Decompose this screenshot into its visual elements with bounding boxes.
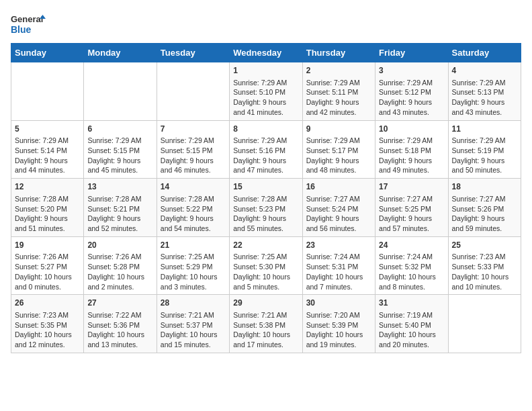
day-detail: Sunset: 5:19 PM [452,146,517,156]
day-number: 22 [233,240,298,251]
day-detail: Sunset: 5:27 PM [15,262,80,272]
day-detail: and 46 minutes. [161,165,226,175]
weekday-header-saturday: Saturday [448,44,521,62]
day-detail: Sunrise: 7:29 AM [452,136,517,146]
calendar-day-1: 1Sunrise: 7:29 AMSunset: 5:10 PMDaylight… [230,62,302,121]
day-detail: Daylight: 10 hours [379,330,444,340]
day-detail: Daylight: 9 hours [161,156,226,166]
day-detail: and 8 minutes. [379,282,444,292]
day-number: 5 [15,124,80,135]
day-detail: and 0 minutes. [15,282,80,292]
day-detail: Daylight: 9 hours [233,97,298,107]
day-number: 31 [379,298,444,309]
calendar-day-23: 23Sunrise: 7:24 AMSunset: 5:31 PMDayligh… [302,236,375,295]
day-detail: and 50 minutes. [452,165,517,175]
day-detail: and 43 minutes. [379,107,444,118]
calendar-day-17: 17Sunrise: 7:27 AMSunset: 5:25 PMDayligh… [375,179,448,237]
calendar-day-21: 21Sunrise: 7:25 AMSunset: 5:29 PMDayligh… [157,236,229,295]
weekday-header-monday: Monday [84,44,157,62]
day-detail: Sunset: 5:14 PM [15,146,80,156]
calendar-day-15: 15Sunrise: 7:28 AMSunset: 5:23 PMDayligh… [230,179,302,237]
day-detail: and 49 minutes. [379,165,444,175]
day-number: 3 [379,65,444,77]
day-detail: Daylight: 9 hours [87,156,152,166]
calendar-day-3: 3Sunrise: 7:29 AMSunset: 5:12 PMDaylight… [375,62,448,121]
day-detail: and 10 minutes. [452,282,517,292]
day-detail: and 57 minutes. [379,224,444,234]
calendar-day-24: 24Sunrise: 7:24 AMSunset: 5:32 PMDayligh… [375,236,448,295]
day-detail: Daylight: 9 hours [161,214,226,224]
day-number: 30 [306,298,371,309]
day-detail: Daylight: 10 hours [15,272,80,282]
calendar-day-5: 5Sunrise: 7:29 AMSunset: 5:14 PMDaylight… [11,120,84,179]
day-detail: Sunrise: 7:27 AM [379,194,444,204]
day-detail: Daylight: 9 hours [379,214,444,224]
logo: General Blue [11,11,46,38]
calendar-day-12: 12Sunrise: 7:28 AMSunset: 5:20 PMDayligh… [11,179,84,237]
calendar-day-13: 13Sunrise: 7:28 AMSunset: 5:21 PMDayligh… [84,179,157,237]
day-detail: Sunset: 5:11 PM [306,87,371,97]
calendar-day-18: 18Sunrise: 7:27 AMSunset: 5:26 PMDayligh… [448,179,521,237]
day-detail: and 12 minutes. [15,340,80,350]
day-detail: Daylight: 9 hours [15,156,80,166]
calendar-week-row: 19Sunrise: 7:26 AMSunset: 5:27 PMDayligh… [11,236,521,295]
day-detail: Sunrise: 7:23 AM [15,310,80,320]
day-detail: and 55 minutes. [233,224,298,234]
calendar-day-16: 16Sunrise: 7:27 AMSunset: 5:24 PMDayligh… [302,179,375,237]
day-detail: Sunrise: 7:21 AM [233,310,298,320]
day-number: 16 [306,181,371,193]
day-detail: Sunrise: 7:20 AM [306,310,371,320]
day-detail: Sunset: 5:15 PM [161,146,226,156]
day-detail: and 3 minutes. [161,282,226,292]
day-detail: Daylight: 9 hours [306,97,371,107]
day-number: 24 [379,240,444,251]
day-detail: Sunset: 5:22 PM [161,204,226,214]
day-detail: Sunset: 5:21 PM [87,204,152,214]
day-detail: Sunset: 5:29 PM [161,262,226,272]
day-detail: Sunrise: 7:25 AM [161,252,226,262]
day-detail: Sunset: 5:10 PM [233,87,298,97]
calendar-day-28: 28Sunrise: 7:21 AMSunset: 5:37 PMDayligh… [157,295,229,353]
day-detail: Sunset: 5:28 PM [87,262,152,272]
day-detail: Daylight: 10 hours [306,330,371,340]
day-detail: and 41 minutes. [233,107,298,118]
day-detail: Daylight: 10 hours [87,330,152,340]
weekday-header-tuesday: Tuesday [157,44,229,62]
weekday-header-sunday: Sunday [11,44,84,62]
day-detail: Sunset: 5:24 PM [306,204,371,214]
calendar-week-row: 26Sunrise: 7:23 AMSunset: 5:35 PMDayligh… [11,295,521,353]
day-detail: Sunset: 5:32 PM [379,262,444,272]
day-detail: and 47 minutes. [233,165,298,175]
day-detail: Daylight: 10 hours [161,330,226,340]
day-number: 21 [161,240,226,251]
day-detail: Sunrise: 7:23 AM [452,252,517,262]
day-detail: Sunrise: 7:29 AM [452,78,517,88]
day-detail: and 42 minutes. [306,107,371,118]
day-detail: Daylight: 9 hours [452,214,517,224]
day-detail: Sunrise: 7:29 AM [306,136,371,146]
day-detail: and 54 minutes. [161,224,226,234]
day-detail: Sunrise: 7:28 AM [15,194,80,204]
calendar-day-11: 11Sunrise: 7:29 AMSunset: 5:19 PMDayligh… [448,120,521,179]
day-detail: and 48 minutes. [306,165,371,175]
day-detail: Sunset: 5:33 PM [452,262,517,272]
day-detail: Sunset: 5:18 PM [379,146,444,156]
calendar-day-empty [448,295,521,353]
day-detail: Sunset: 5:36 PM [87,320,152,330]
day-detail: Sunrise: 7:19 AM [379,310,444,320]
weekday-header-wednesday: Wednesday [230,44,302,62]
day-detail: Sunset: 5:39 PM [306,320,371,330]
calendar-day-empty [11,62,84,121]
day-number: 7 [161,124,226,135]
day-detail: Daylight: 9 hours [379,97,444,107]
day-detail: Sunset: 5:26 PM [452,204,517,214]
day-detail: Daylight: 9 hours [233,156,298,166]
calendar-day-empty [84,62,157,121]
calendar-day-7: 7Sunrise: 7:29 AMSunset: 5:15 PMDaylight… [157,120,229,179]
day-number: 10 [379,124,444,135]
day-detail: Sunset: 5:31 PM [306,262,371,272]
day-detail: Daylight: 10 hours [306,272,371,282]
day-detail: and 5 minutes. [233,282,298,292]
day-detail: Daylight: 10 hours [233,272,298,282]
day-detail: and 44 minutes. [15,165,80,175]
